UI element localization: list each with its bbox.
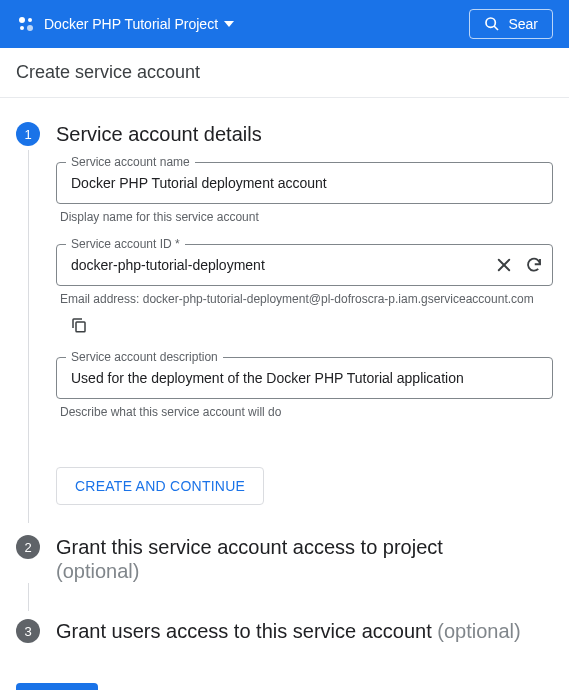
step-1-title: Service account details [56, 122, 553, 146]
page-title: Create service account [16, 62, 200, 82]
step-2-indicator-column: 2 [16, 535, 40, 559]
project-picker[interactable]: Docker PHP Tutorial Project [44, 16, 234, 32]
service-account-id-field-wrap: Service account ID * [56, 244, 553, 286]
step-1-indicator-column: 1 [16, 122, 40, 527]
service-account-description-field-wrap: Service account description [56, 357, 553, 399]
step-1-circle: 1 [16, 122, 40, 146]
project-name-label: Docker PHP Tutorial Project [44, 16, 218, 32]
gcp-logo-icon [16, 14, 36, 34]
step-2-title: Grant this service account access to pro… [56, 535, 553, 583]
dropdown-arrow-icon [224, 21, 234, 27]
refresh-icon[interactable] [525, 256, 543, 274]
svg-point-4 [486, 18, 495, 27]
wizard-content: 1 Service account details Service accoun… [0, 98, 569, 659]
svg-point-0 [19, 17, 25, 23]
id-field-icons [495, 256, 543, 274]
service-account-description-helper: Describe what this service account will … [60, 405, 549, 419]
search-button[interactable]: Sear [469, 9, 553, 39]
step-3-title: Grant users access to this service accou… [56, 619, 553, 643]
page-subheader: Create service account [0, 48, 569, 98]
top-bar: Docker PHP Tutorial Project Sear [0, 0, 569, 48]
service-account-description-label: Service account description [66, 350, 223, 364]
copy-icon[interactable] [70, 316, 88, 334]
step-3[interactable]: 3 Grant users access to this service acc… [16, 619, 553, 643]
step-2[interactable]: 2 Grant this service account access to p… [16, 535, 553, 583]
done-button[interactable]: DONE [16, 683, 98, 690]
service-account-email-value: docker-php-tutorial-deployment@pl-dofros… [143, 292, 534, 306]
search-button-label: Sear [508, 16, 538, 32]
svg-point-1 [28, 18, 32, 22]
step-2-circle: 2 [16, 535, 40, 559]
step-connector-line [28, 150, 29, 523]
service-account-email-line: Email address: docker-php-tutorial-deplo… [60, 292, 549, 306]
step-2-optional-label: (optional) [56, 560, 139, 582]
clear-icon[interactable] [495, 256, 513, 274]
service-account-name-label: Service account name [66, 155, 195, 169]
search-icon [484, 16, 500, 32]
step-3-optional-label: (optional) [437, 620, 520, 642]
svg-rect-8 [76, 322, 85, 332]
svg-line-5 [494, 26, 498, 30]
create-and-continue-button[interactable]: CREATE AND CONTINUE [56, 467, 264, 505]
copy-email-row [70, 316, 549, 337]
step-3-indicator-column: 3 [16, 619, 40, 643]
service-account-id-label: Service account ID * [66, 237, 185, 251]
svg-point-3 [27, 25, 33, 31]
step-3-circle: 3 [16, 619, 40, 643]
svg-point-2 [20, 26, 24, 30]
step-1: 1 Service account details Service accoun… [16, 122, 553, 527]
service-account-name-helper: Display name for this service account [60, 210, 549, 224]
step-connector-2-3 [16, 583, 40, 611]
service-account-name-field-wrap: Service account name [56, 162, 553, 204]
footer-actions: DONE CANCEL [0, 659, 569, 690]
